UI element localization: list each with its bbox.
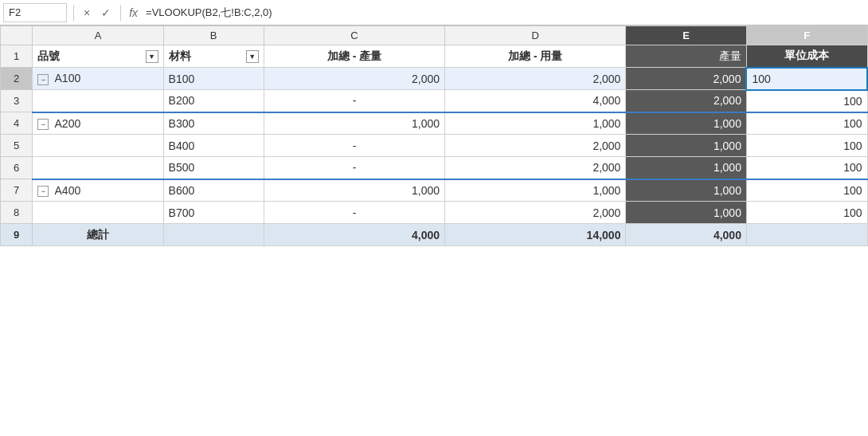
cell-a5[interactable] xyxy=(33,135,163,157)
cell-b1[interactable]: 材料 ▼ xyxy=(163,45,264,68)
col-header-f[interactable]: F xyxy=(746,26,867,45)
cell-b6-value: B500 xyxy=(169,161,195,174)
row-num-6: 6 xyxy=(1,157,33,179)
cell-a7-value: A400 xyxy=(55,184,81,197)
cell-c6[interactable]: - xyxy=(264,157,444,179)
cell-b6[interactable]: B500 xyxy=(163,157,264,179)
row-num-8: 8 xyxy=(1,202,33,224)
cell-f5-value: 100 xyxy=(843,139,862,152)
cell-f7[interactable]: 100 xyxy=(746,179,867,202)
cell-d2[interactable]: 2,000 xyxy=(445,68,626,90)
cell-c7[interactable]: 1,000 xyxy=(264,179,444,202)
cell-d8[interactable]: 2,000 xyxy=(445,202,626,224)
cell-d1[interactable]: 加總 - 用量 xyxy=(445,45,626,68)
cell-d9[interactable]: 14,000 xyxy=(445,224,626,246)
cell-a2-value: A100 xyxy=(55,72,81,84)
cell-c3-value: - xyxy=(353,94,357,107)
confirm-icon[interactable]: ✓ xyxy=(98,5,114,21)
col-header-e[interactable]: E xyxy=(626,26,747,45)
cell-d4-value: 1,000 xyxy=(592,117,620,130)
cell-b5[interactable]: B400 xyxy=(163,135,264,157)
cell-c3[interactable]: - xyxy=(264,90,444,112)
group-icon-a2[interactable]: − xyxy=(37,74,49,85)
cell-b2-value: B100 xyxy=(169,73,195,85)
cell-c8[interactable]: - xyxy=(264,202,444,224)
cell-a9[interactable]: 總計 xyxy=(33,224,163,246)
cell-c8-value: - xyxy=(353,206,357,219)
row-num-4: 4 xyxy=(1,112,33,135)
cell-e7[interactable]: 1,000 xyxy=(626,179,747,202)
formula-bar-divider xyxy=(73,5,74,21)
cell-e8[interactable]: 1,000 xyxy=(626,202,747,224)
cell-c6-value: - xyxy=(353,161,357,174)
row-num-9: 9 xyxy=(1,224,33,246)
cell-c5[interactable]: - xyxy=(264,135,444,157)
cell-b3[interactable]: B200 xyxy=(163,90,264,112)
cell-f5[interactable]: 100 xyxy=(746,135,867,157)
cell-f4[interactable]: 100 xyxy=(746,112,867,135)
cell-b8[interactable]: B700 xyxy=(163,202,264,224)
data-row-7: 7 − A400 B600 1,000 1,000 1,000 xyxy=(1,179,868,202)
cell-c1[interactable]: 加總 - 產量 xyxy=(264,45,444,68)
cell-c9[interactable]: 4,000 xyxy=(264,224,444,246)
header-c1-label: 加總 - 產量 xyxy=(327,49,381,62)
cell-e2-value: 2,000 xyxy=(713,73,741,85)
cell-a1[interactable]: 品號 ▼ xyxy=(33,45,163,68)
cell-e1[interactable]: 產量 xyxy=(626,45,747,68)
col-header-d[interactable]: D xyxy=(445,26,626,45)
col-header-b[interactable]: B xyxy=(163,26,264,45)
cell-f1[interactable]: 單位成本 xyxy=(746,45,867,68)
filter-btn-a[interactable]: ▼ xyxy=(146,50,158,63)
cell-e5[interactable]: 1,000 xyxy=(626,135,747,157)
cell-d3[interactable]: 4,000 xyxy=(445,90,626,112)
cell-d8-value: 2,000 xyxy=(592,206,620,219)
cell-f6[interactable]: 100 xyxy=(746,157,867,179)
cell-e2[interactable]: 2,000 xyxy=(626,68,747,90)
cell-a2[interactable]: − A100 xyxy=(33,68,163,90)
cell-a4[interactable]: − A200 xyxy=(33,112,163,135)
cell-e9[interactable]: 4,000 xyxy=(626,224,747,246)
cell-a3[interactable] xyxy=(33,90,163,112)
cell-f9[interactable] xyxy=(746,224,867,246)
cell-b9[interactable] xyxy=(163,224,264,246)
cell-e4[interactable]: 1,000 xyxy=(626,112,747,135)
cell-b4-value: B300 xyxy=(169,117,195,130)
cell-a8[interactable] xyxy=(33,202,163,224)
data-row-2: 2 − A100 B100 2,000 2,000 2,000 xyxy=(1,68,868,90)
cell-d7-value: 1,000 xyxy=(592,184,620,197)
cell-b2[interactable]: B100 xyxy=(163,68,264,90)
cell-a7[interactable]: − A400 xyxy=(33,179,163,202)
cancel-icon[interactable]: × xyxy=(80,5,93,21)
cell-a6[interactable] xyxy=(33,157,163,179)
header-b1-content: 材料 ▼ xyxy=(169,49,259,64)
cell-d2-value: 2,000 xyxy=(592,73,620,85)
cell-e3[interactable]: 2,000 xyxy=(626,90,747,112)
col-header-a[interactable]: A xyxy=(33,26,163,45)
col-header-c[interactable]: C xyxy=(264,26,444,45)
cell-a4-value: A200 xyxy=(55,117,81,130)
cell-f6-value: 100 xyxy=(843,161,862,174)
cell-f8[interactable]: 100 xyxy=(746,202,867,224)
cell-f2[interactable]: 100 xyxy=(746,68,867,90)
cell-c2[interactable]: 2,000 xyxy=(264,68,444,90)
group-icon-a4[interactable]: − xyxy=(37,119,49,130)
cell-d6[interactable]: 2,000 xyxy=(445,157,626,179)
cell-f4-value: 100 xyxy=(843,117,862,130)
cell-b8-value: B700 xyxy=(169,206,195,219)
cell-b4[interactable]: B300 xyxy=(163,112,264,135)
cell-reference-box[interactable]: F2 xyxy=(3,3,67,22)
cell-c5-value: - xyxy=(353,139,357,152)
cell-c4[interactable]: 1,000 xyxy=(264,112,444,135)
formula-input[interactable] xyxy=(143,3,865,22)
group-icon-a7[interactable]: − xyxy=(37,186,49,197)
filter-btn-b[interactable]: ▼ xyxy=(246,50,259,63)
cell-d4[interactable]: 1,000 xyxy=(445,112,626,135)
cell-f8-value: 100 xyxy=(843,206,862,219)
cell-b7[interactable]: B600 xyxy=(163,179,264,202)
cell-d7[interactable]: 1,000 xyxy=(445,179,626,202)
cell-e6[interactable]: 1,000 xyxy=(626,157,747,179)
header-d1-label: 加總 - 用量 xyxy=(508,49,562,62)
cell-d5[interactable]: 2,000 xyxy=(445,135,626,157)
cell-f3[interactable]: 100 xyxy=(746,90,867,112)
row-num-7: 7 xyxy=(1,179,33,202)
